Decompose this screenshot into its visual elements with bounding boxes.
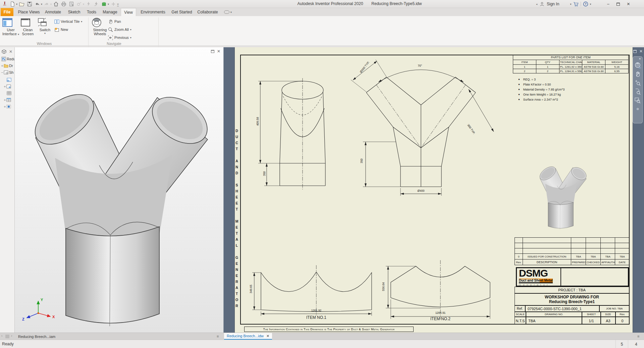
expand-icon[interactable]: + [3, 99, 6, 102]
logo-block: DSMG Duct and Sheet Metal G e n e r a t … [516, 267, 629, 287]
help-icon[interactable]: ? [582, 1, 589, 7]
window-close-icon[interactable]: ✕ [639, 49, 643, 54]
browser-item-view[interactable]: + [0, 83, 15, 90]
switch-button[interactable]: Switch ▾ [37, 17, 53, 42]
folder-icon [4, 64, 8, 68]
measure-button[interactable] [76, 1, 83, 7]
zoom-all-tool-icon[interactable] [634, 97, 641, 104]
new-file-button[interactable] [9, 1, 16, 7]
tab-place-views[interactable]: Place Views [16, 8, 42, 16]
appearance-button[interactable] [110, 1, 117, 7]
tab-get-started[interactable]: Get Started [170, 8, 194, 16]
doc-tab-close-icon[interactable]: ✕ [266, 334, 269, 338]
doc-tab-assembly[interactable]: Reducing Breech...iam [15, 333, 58, 340]
save-button[interactable] [26, 1, 33, 7]
tab-annotate[interactable]: Annotate [43, 8, 63, 16]
sign-in-button[interactable]: Sign In [547, 2, 559, 6]
new-file-dropdown[interactable]: ▾ [16, 3, 17, 6]
tab-menu-icon[interactable]: ≡ [637, 334, 639, 338]
sheet-margin-text: DUCT AND SHEET METAL GENERATOR [235, 114, 240, 324]
expand-icon[interactable]: + [3, 85, 6, 88]
new-window-label: New [61, 27, 68, 32]
material-dropdown[interactable]: ▾ [108, 3, 109, 6]
window-restore-icon[interactable] [633, 50, 637, 53]
print-button[interactable] [60, 1, 67, 7]
status-counter-2: 4 [628, 340, 644, 348]
tab-collaborate[interactable]: Collaborate [195, 8, 220, 16]
pan-button[interactable]: Pan [108, 18, 121, 25]
local-update-button[interactable] [93, 1, 100, 7]
user-interface-button[interactable]: User Interface ▾ [2, 17, 19, 42]
close-button[interactable]: ✕ [624, 1, 633, 7]
tab-file[interactable]: File [1, 8, 13, 16]
clean-screen-label-2: Screen [20, 32, 36, 36]
undo-dropdown[interactable]: ▾ [41, 3, 42, 6]
home-button[interactable] [53, 1, 59, 7]
drawing-sheet[interactable]: DUCT AND SHEET METAL GENERATOR [235, 47, 633, 333]
window-restore-icon[interactable] [211, 50, 214, 53]
minimize-button[interactable]: – [604, 1, 612, 7]
store-cart-icon[interactable] [573, 1, 579, 7]
tab-list-button[interactable] [5, 335, 9, 338]
browser-item-sheet[interactable]: − Sh [0, 69, 15, 75]
model-window[interactable]: ✕ Y X Z [15, 47, 224, 333]
browser-item-parts-list[interactable] [0, 90, 15, 96]
new-window-button[interactable]: New [54, 26, 68, 33]
document-settings-button[interactable] [68, 1, 75, 7]
3d-model-canvas[interactable] [15, 47, 224, 333]
pan-tool-icon[interactable] [634, 70, 641, 78]
steering-wheel-2d-icon[interactable]: 2D [634, 62, 641, 69]
zoom-all-button[interactable]: Zoom All▾ [108, 26, 131, 33]
redo-dropdown[interactable]: ▾ [50, 3, 52, 6]
ribbon-display-toggle[interactable]: ▾ [224, 10, 232, 14]
parts-list-table: PARTS LIST FOR ONE ITEM ITEM QTY TECHNIC… [513, 55, 629, 73]
browser-item-table[interactable]: + [0, 97, 15, 103]
vertical-tile-button[interactable]: Vertical Tile▾ [54, 18, 82, 25]
navbar-options-icon[interactable]: ⊜ [636, 107, 639, 111]
note-line: One Item Weight = 18.27 kg [523, 93, 561, 96]
update-button[interactable] [85, 1, 92, 7]
drawing-heading: WORKSHOP DRAWING FOR Reducing Breech-Typ… [515, 293, 629, 305]
qat-customize-dropdown[interactable]: ▿̲ [117, 2, 119, 6]
browser-close-icon[interactable]: ✕ [9, 49, 12, 54]
material-button[interactable] [101, 1, 107, 7]
help-dropdown[interactable]: ▾ [590, 3, 591, 6]
tab-scroll-left-icon[interactable]: ‹ [1, 334, 2, 338]
expand-icon[interactable]: + [1, 64, 4, 67]
browser-item-view[interactable] [0, 77, 15, 83]
tab-sketch[interactable]: Sketch [66, 8, 83, 16]
collapse-icon[interactable]: − [1, 71, 4, 74]
tab-menu-icon[interactable]: ≡ [217, 334, 219, 338]
dsmg-logo: DSMG Duct and Sheet Metal G e n e r a t … [517, 268, 561, 286]
restore-button[interactable] [614, 1, 623, 7]
undo-button[interactable] [34, 1, 41, 7]
tab-scroll-right-icon[interactable]: › [11, 334, 12, 338]
drawing-window[interactable]: DUCT AND SHEET METAL GENERATOR [224, 47, 644, 333]
zoom-tool-icon[interactable] [634, 79, 641, 86]
browser-cube-icon[interactable] [2, 49, 6, 54]
tab-environments[interactable]: Environments [138, 8, 168, 16]
measure-dropdown[interactable]: ▾ [83, 3, 84, 6]
navbar-close-icon[interactable]: ✕ [639, 57, 641, 60]
tab-view[interactable]: View [121, 8, 136, 16]
triad-z-label: Z [22, 317, 24, 321]
tab-manage[interactable]: Manage [101, 8, 119, 16]
browser-item-sketch[interactable]: + [0, 104, 15, 110]
clean-screen-button[interactable]: Clean Screen [20, 17, 36, 42]
sign-in-dropdown[interactable]: ▾ [570, 3, 571, 6]
tab-tools[interactable]: Tools [85, 8, 99, 16]
triad-x-label: X [52, 315, 55, 319]
browser-item-root[interactable]: Redu [0, 56, 15, 62]
doc-tab-drawing[interactable]: Reducing Breech...idw ✕ [224, 333, 272, 340]
browser-item-drawing-resources[interactable]: + Dr [0, 63, 15, 69]
signin-back-arrow-icon[interactable]: ◂ [536, 3, 537, 6]
user-interface-icon [2, 17, 19, 28]
zoom-window-icon[interactable] [634, 88, 641, 95]
previous-view-button[interactable]: Previous▾ [108, 34, 131, 41]
window-close-icon[interactable]: ✕ [217, 49, 220, 54]
steering-wheels-button[interactable]: Steering Wheels [91, 17, 109, 42]
logo-line2: G e n e r a t o r [519, 283, 558, 286]
open-button[interactable] [18, 1, 25, 7]
expand-icon[interactable]: + [3, 105, 6, 108]
redo-button[interactable] [43, 1, 50, 7]
